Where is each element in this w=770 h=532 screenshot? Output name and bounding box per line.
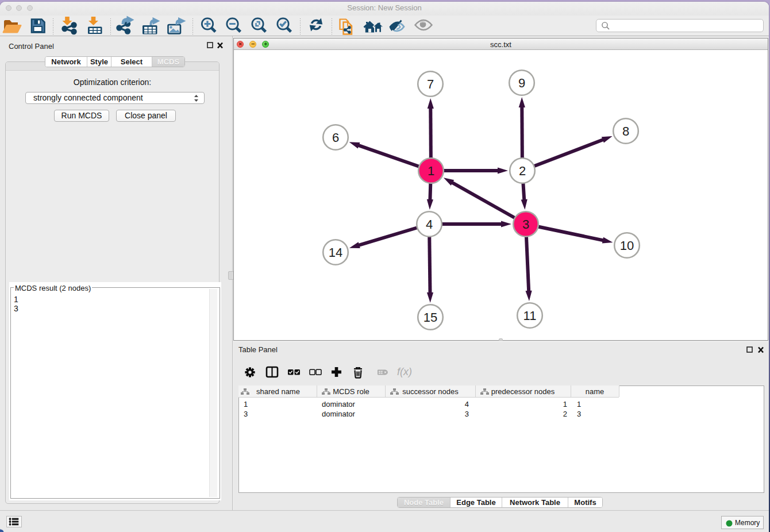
svg-text:1: 1 xyxy=(428,164,434,178)
svg-text:f(x): f(x) xyxy=(397,366,412,377)
svg-text:9: 9 xyxy=(518,76,525,90)
svg-text:2: 2 xyxy=(519,164,526,178)
svg-text:15: 15 xyxy=(424,310,437,325)
svg-text:3: 3 xyxy=(522,217,529,232)
svg-text:4: 4 xyxy=(426,217,433,232)
svg-text:7: 7 xyxy=(427,77,434,91)
svg-text:3: 3 xyxy=(465,410,469,418)
svg-text:4: 4 xyxy=(465,400,469,408)
svg-text:8: 8 xyxy=(622,124,629,138)
svg-text:predecessor nodes: predecessor nodes xyxy=(491,387,555,396)
svg-text:10: 10 xyxy=(620,238,634,253)
svg-text:successor nodes: successor nodes xyxy=(402,387,459,396)
svg-text:dominator: dominator xyxy=(322,400,355,408)
svg-text:1: 1 xyxy=(563,400,567,408)
svg-text:dominator: dominator xyxy=(322,410,355,418)
svg-text:2: 2 xyxy=(563,410,567,418)
svg-text:14: 14 xyxy=(329,245,342,260)
svg-text:3: 3 xyxy=(577,410,581,418)
svg-text:name: name xyxy=(586,387,605,396)
svg-text:3: 3 xyxy=(244,410,248,418)
svg-text:MCDS role: MCDS role xyxy=(333,387,369,396)
svg-text:shared name: shared name xyxy=(256,387,300,396)
svg-text:6: 6 xyxy=(332,130,339,145)
svg-text:1: 1 xyxy=(577,400,581,408)
svg-text:11: 11 xyxy=(523,309,537,323)
svg-text:1: 1 xyxy=(244,400,248,408)
